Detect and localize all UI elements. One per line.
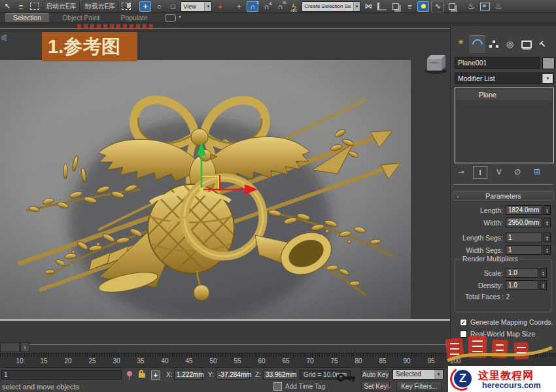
unload-cloud-library-button[interactable]: 卸载云E库 (82, 1, 119, 12)
tab-selection[interactable]: Selection (5, 13, 49, 22)
selected-filter-dropdown[interactable]: Selected ▼ (392, 369, 443, 380)
time-tag-icon[interactable] (273, 382, 282, 391)
timeline-tick-label[interactable]: 40 (161, 357, 168, 365)
timeline-tick-label[interactable]: 95 (427, 357, 434, 365)
stack-item-plane[interactable]: Plane (457, 90, 552, 100)
select-and-move-icon[interactable]: + (139, 1, 151, 12)
tab-hierarchy-icon[interactable] (485, 35, 502, 53)
angle-snap-icon[interactable]: ∩∡ (260, 1, 272, 12)
time-slider-next-icon[interactable]: › (20, 342, 29, 352)
select-by-name-icon[interactable]: ≡ (15, 1, 27, 12)
timeline-tick-label[interactable]: 30 (113, 357, 120, 365)
make-unique-icon[interactable]: V (493, 166, 506, 178)
key-filters-button[interactable]: Key Filters... (396, 381, 442, 391)
length-segs-spinner[interactable]: ▴▾ (544, 233, 551, 242)
use-pivot-center-icon[interactable]: + (214, 1, 226, 12)
timeline-tick-label[interactable]: 60 (258, 357, 265, 365)
render-production-icon[interactable]: ♨ (493, 1, 504, 12)
tab-motion-icon[interactable]: ◎ (502, 35, 518, 53)
transform-typein-icon[interactable]: + (151, 370, 160, 380)
width-segs-spinner[interactable]: ▴▾ (544, 245, 551, 255)
timeline-tick-label[interactable]: 15 (40, 357, 47, 365)
pin-icon[interactable] (127, 371, 132, 376)
snap-toggle-icon[interactable]: ∩3 (247, 1, 258, 12)
selection-lock-icon[interactable] (139, 373, 145, 378)
schematic-view-icon[interactable] (446, 1, 458, 12)
tab-object-paint[interactable]: Object Paint (54, 13, 107, 22)
graphite-ribbon-icon[interactable]: ≡ (404, 1, 415, 12)
timeline-tick-label[interactable]: 85 (379, 357, 386, 365)
keyboard-override-icon[interactable]: ϟABC (288, 1, 300, 12)
y-coordinate-field[interactable]: -37.284mm (216, 370, 250, 380)
timeline-tick-label[interactable]: 20 (64, 357, 71, 365)
select-and-scale-icon[interactable]: □ (167, 1, 179, 12)
timeline-tick-label[interactable]: 25 (88, 357, 96, 365)
select-object-icon[interactable]: ↖ (1, 1, 13, 12)
length-segs-field[interactable]: 1 (506, 233, 542, 242)
curve-editor-icon[interactable]: ∿ (431, 1, 444, 12)
tab-create-icon[interactable]: * (453, 35, 469, 53)
dropdown-arrow-icon: ▼ (204, 2, 211, 11)
named-selection-sets-dropdown[interactable]: Create Selection Se ▼ (302, 1, 360, 12)
auto-key-button[interactable]: Auto Key (361, 369, 390, 380)
tab-populate[interactable]: Populate (113, 13, 155, 22)
scale-field[interactable]: 1.0 (506, 268, 538, 278)
timeline-tick-label[interactable]: 65 (282, 357, 289, 365)
time-slider[interactable] (0, 342, 20, 352)
tab-display-icon[interactable] (518, 35, 534, 53)
rect-selection-region-icon[interactable] (29, 1, 41, 12)
select-and-rotate-icon[interactable]: ○ (153, 1, 165, 12)
length-field[interactable]: 1824.0mm (506, 205, 542, 215)
timeline-tick-label[interactable]: 70 (306, 357, 313, 365)
density-spinner[interactable]: ▴▾ (540, 280, 547, 290)
percent-snap-icon[interactable]: ∩% (274, 1, 286, 12)
generate-mapping-row: ✓ Generate Mapping Coords. (460, 318, 553, 327)
width-field[interactable]: 2950.0mm (506, 218, 542, 227)
z-coordinate-field[interactable]: 33.962mm (263, 370, 294, 380)
pin-stack-icon[interactable]: ⊸ (455, 166, 468, 178)
tab-modify-icon[interactable] (469, 35, 485, 53)
object-name-field[interactable]: Plane001 (455, 57, 540, 69)
timeline-tick-label[interactable]: 80 (355, 357, 362, 365)
site-url: herecours.com (482, 381, 541, 390)
timeline-tick-label[interactable]: 50 (209, 357, 217, 365)
ribbon-toggle-icon[interactable]: ▼ (165, 14, 176, 22)
track-bar-area (0, 321, 450, 353)
dropdown-arrow-icon[interactable]: ▼ (542, 74, 553, 83)
window-crossing-icon[interactable] (120, 1, 132, 12)
timeline-tick-label[interactable]: 10 (16, 357, 23, 365)
viewport-photo[interactable]: x (0, 60, 411, 319)
density-field[interactable]: 1.0 (506, 280, 538, 290)
scale-spinner[interactable]: ▴▾ (540, 268, 547, 278)
select-and-manipulate-icon[interactable]: + (233, 1, 245, 12)
width-spinner[interactable]: ▴▾ (544, 218, 551, 227)
length-spinner[interactable]: ▴▾ (544, 205, 551, 215)
tab-utilities-icon[interactable]: T (534, 35, 551, 53)
cube-widget[interactable] (422, 51, 449, 74)
layer-manager-icon[interactable] (390, 1, 402, 12)
remove-modifier-icon[interactable]: ∅ (511, 166, 524, 178)
timeline-tick-label[interactable]: 90 (403, 357, 410, 365)
show-end-result-icon[interactable]: I (473, 166, 487, 179)
mini-listener-field[interactable]: 1 (1, 370, 122, 380)
timeline-tick-label[interactable]: 45 (185, 357, 192, 365)
timeline-tick-label[interactable]: 75 (330, 357, 338, 365)
render-setup-icon[interactable]: ♨ (465, 1, 477, 12)
launch-cloud-library-button[interactable]: 启动云E库 (43, 1, 80, 12)
light-toggle-icon[interactable] (417, 1, 429, 12)
generate-mapping-checkbox[interactable]: ✓ (460, 319, 467, 326)
add-time-tag-label[interactable]: Add Time Tag (285, 383, 325, 390)
configure-modifier-sets-icon[interactable]: ⊞ (530, 166, 544, 178)
width-segs-field[interactable]: 1 (506, 245, 542, 255)
modifier-list-dropdown[interactable]: Modifier List ▼ (455, 73, 554, 84)
rendered-frame-window-icon[interactable] (479, 1, 491, 12)
align-icon[interactable] (376, 1, 388, 12)
x-coordinate-field[interactable]: 1.222mm (174, 370, 203, 380)
timeline-tick-label[interactable]: 55 (234, 357, 241, 365)
reference-coordinate-dropdown[interactable]: View ▼ (181, 1, 212, 12)
parameters-rollout-header[interactable]: - Parameters (453, 191, 554, 201)
length-segs-row: Length Segs: 1 ▴▾ (451, 233, 556, 243)
object-color-swatch[interactable] (542, 57, 555, 69)
timeline-tick-label[interactable]: 35 (137, 357, 144, 365)
mirror-icon[interactable]: ⋈ (362, 1, 374, 12)
